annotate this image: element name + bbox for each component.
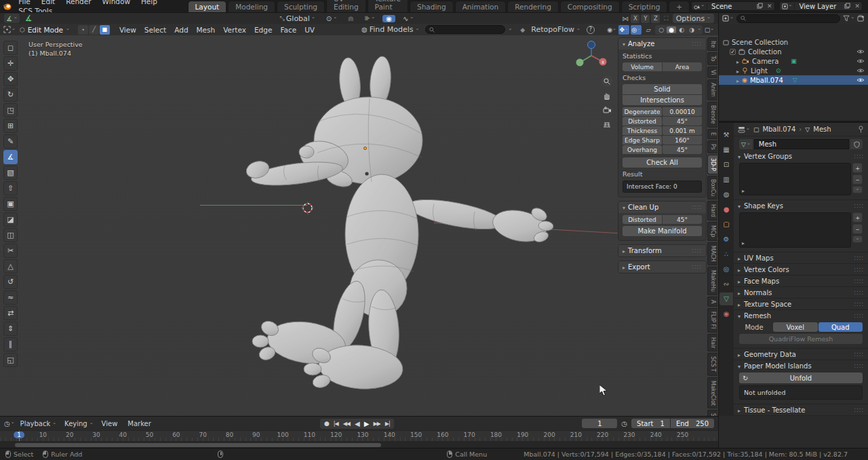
shape-keys-list[interactable] xyxy=(739,212,851,248)
sidebar-tab[interactable]: 3D-P xyxy=(707,155,717,174)
light-data-icon[interactable]: ⊙ xyxy=(776,67,781,74)
sidebar-tab[interactable]: Ps xyxy=(707,140,717,153)
sidebar-tab[interactable]: Anim xyxy=(707,79,717,100)
tab-physics[interactable]: ◎ xyxy=(719,263,733,275)
collapsed-panel-header[interactable]: UV Maps xyxy=(734,252,868,263)
cleanup-distorted-button[interactable]: Distorted xyxy=(623,215,662,224)
tool-measure[interactable]: ∡ xyxy=(3,150,18,164)
tab-object[interactable]: ▢ xyxy=(719,218,733,231)
pivot-point-dropdown[interactable]: ⊙ xyxy=(323,15,340,22)
sidebar-tab[interactable]: MCp xyxy=(707,222,717,241)
vertex-groups-header[interactable]: Vertex Groups xyxy=(734,151,868,161)
workspace-tab[interactable]: Layout xyxy=(188,1,227,12)
sidebar-tab[interactable]: MakeClot xyxy=(707,377,717,409)
mesh-datablock-dropdown[interactable]: ▽ xyxy=(739,139,753,149)
tab-scene[interactable]: ◍ xyxy=(719,188,733,201)
tool-scale[interactable]: ◳ xyxy=(3,103,18,117)
search-options-chevron[interactable] xyxy=(508,27,512,33)
tissue-tessellate-header[interactable]: Tissue - Tessellate xyxy=(734,404,868,415)
wireframe-shading[interactable]: ○ xyxy=(656,26,666,33)
play-reverse-button[interactable]: ◀ xyxy=(353,419,361,428)
tool-extrude-region[interactable]: ⇧ xyxy=(3,181,18,195)
tool-loop-cut[interactable]: ◫ xyxy=(3,228,18,242)
sidebar-tab[interactable]: MakeHu xyxy=(707,267,717,295)
retopoflow-dropdown[interactable]: RetopoFlow xyxy=(528,25,584,34)
scene-name[interactable]: Scene xyxy=(707,3,755,10)
snap-options-icon[interactable]: ⛶ xyxy=(664,15,668,22)
paper-model-islands-header[interactable]: Paper Model Islands xyxy=(734,360,868,371)
cleanup-distorted-value[interactable]: 45° xyxy=(663,215,702,224)
sidebar-tab[interactable]: FLIP Fl xyxy=(707,308,717,332)
solid-shading[interactable]: ● xyxy=(667,26,676,33)
vertex-select-mode[interactable]: ∙ xyxy=(78,25,88,35)
check-value-field[interactable]: 45° xyxy=(663,145,702,154)
mesh-name-field[interactable]: Mesh xyxy=(754,139,849,149)
workspace-tab[interactable]: Texture Paint xyxy=(368,0,408,12)
outliner-scene-collection[interactable]: Scene Collection xyxy=(719,37,868,47)
sidebar-tab[interactable]: Blende xyxy=(707,102,717,128)
mirror-axis-toggle[interactable]: Y xyxy=(641,14,650,23)
viewport-menu-item[interactable]: Select xyxy=(140,25,170,35)
jump-to-end-button[interactable]: ▶| xyxy=(383,420,392,427)
workspace-tab[interactable]: Animation xyxy=(455,1,507,12)
snap-target-dropdown[interactable]: ⊪ xyxy=(361,15,378,22)
workspace-tab[interactable]: Compositing xyxy=(560,1,620,12)
pan-hand-icon[interactable] xyxy=(603,92,611,102)
tool-cursor[interactable]: ✛ xyxy=(3,56,18,71)
mesh-data-icon[interactable]: ▽ xyxy=(793,77,797,83)
shape-key-specials-dropdown[interactable] xyxy=(852,235,863,243)
rendered-shading[interactable]: ◑ xyxy=(687,26,696,33)
quad-mode-button[interactable]: Quad xyxy=(818,322,863,332)
check-value-field[interactable]: 0.00010 xyxy=(663,107,702,116)
edge-select-mode[interactable]: ╱ xyxy=(89,25,99,35)
options-dropdown[interactable]: Options xyxy=(673,14,714,23)
visibility-eye-icon[interactable] xyxy=(856,77,865,84)
remove-view-layer-icon[interactable]: ✕ xyxy=(852,3,862,9)
viewport-menu-item[interactable]: Mesh xyxy=(193,25,220,35)
sidebar-tab[interactable]: Hair xyxy=(707,334,717,351)
tool-spin[interactable]: ↺ xyxy=(3,275,18,289)
editor-type-dropdown[interactable] xyxy=(3,26,16,33)
mode-dropdown[interactable]: ⬡ Edit Mode xyxy=(17,24,73,35)
sidebar-tab[interactable]: A xyxy=(707,296,717,307)
material-shading[interactable]: ◐ xyxy=(677,26,686,33)
play-button[interactable]: ▶ xyxy=(362,419,371,428)
check-value-field[interactable]: 0.001 m xyxy=(663,126,702,135)
check-all-button[interactable]: Check All xyxy=(623,157,702,168)
shading-dropdown[interactable] xyxy=(697,27,701,33)
tool-rip-region[interactable]: ◱ xyxy=(3,353,18,367)
scrollbar-handle[interactable] xyxy=(15,443,381,447)
xray-toggle[interactable]: ▱ xyxy=(643,25,654,35)
tab-object-data[interactable]: ▽ xyxy=(719,292,733,305)
tool-smooth[interactable]: ≈ xyxy=(3,290,18,305)
timeline-ruler[interactable]: 1102030405060708090100110120130140150160… xyxy=(0,430,718,441)
new-view-layer-icon[interactable] xyxy=(842,3,852,10)
remove-vertex-group-button[interactable]: － xyxy=(852,174,863,185)
viewport-menu-item[interactable]: Edge xyxy=(250,25,276,35)
workspace-tab[interactable]: Sculpting xyxy=(277,1,325,12)
scene-icon[interactable] xyxy=(692,3,707,9)
workspace-tab[interactable]: Rendering xyxy=(507,1,559,12)
visibility-eye-icon[interactable] xyxy=(856,58,865,65)
transform-orientation-dropdown[interactable]: ⤡ Global xyxy=(277,14,319,23)
fake-user-shield-icon[interactable] xyxy=(850,139,863,149)
check-button[interactable]: Degenerate xyxy=(623,107,662,116)
tool-edge-slide[interactable]: ⇄ xyxy=(3,306,18,320)
tool-rotate[interactable]: ↻ xyxy=(3,88,18,102)
collapsed-panel-header[interactable]: Normals xyxy=(734,287,868,298)
tab-constraints[interactable]: ∾ xyxy=(719,277,733,290)
breadcrumb-object[interactable]: Mball.074 xyxy=(762,126,795,133)
tool-annotate[interactable]: ✎ xyxy=(3,134,18,149)
add-shape-key-button[interactable]: ＋ xyxy=(852,212,863,223)
tab-modifiers[interactable]: ⚙ xyxy=(719,233,733,246)
timeline-scrollbar[interactable] xyxy=(0,441,718,448)
sidebar-tab[interactable]: Screencast xyxy=(707,410,717,416)
view-layer-name[interactable]: View Layer xyxy=(795,3,842,10)
export-panel-header[interactable]: Export xyxy=(618,261,706,273)
record-button[interactable]: ● xyxy=(322,419,331,427)
tab-tool[interactable]: ⚒ xyxy=(719,128,733,141)
sidebar-tab[interactable]: Hard xyxy=(707,201,717,221)
outliner-search-input[interactable] xyxy=(736,14,840,23)
timeline-menu-item[interactable]: Playback⌄ xyxy=(16,419,61,428)
menu-item[interactable]: Help xyxy=(136,0,163,6)
